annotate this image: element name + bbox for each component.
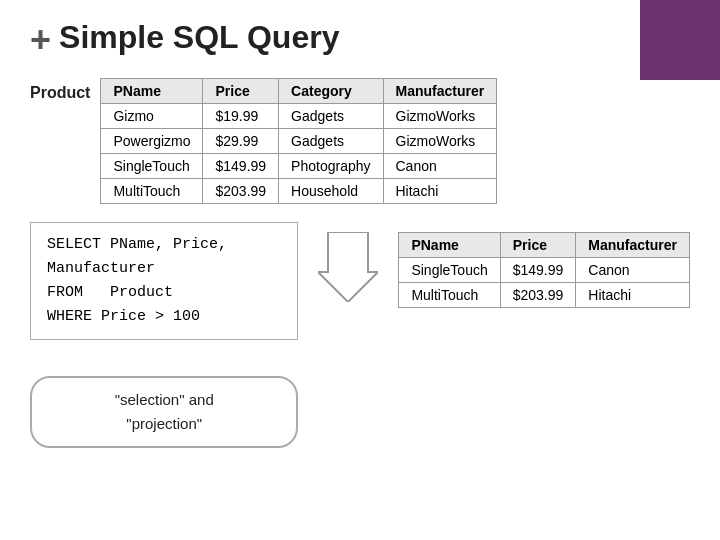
col-category: Category [279,79,383,104]
table-cell: Photography [279,154,383,179]
lower-row: SELECT PName, Price, Manufacturer FROM P… [30,222,690,448]
table-cell: MultiTouch [101,179,203,204]
down-arrow-icon [318,232,378,302]
table-cell: Canon [576,258,690,283]
table-row: Powergizmo$29.99GadgetsGizmoWorks [101,129,497,154]
slide: + Simple SQL Query Product PName Price C… [0,0,720,540]
sql-from-value: Product [110,284,173,301]
table-row: MultiTouch$203.99Hitachi [399,283,690,308]
sql-select-keyword: SELECT [47,236,110,253]
col-price: Price [203,79,279,104]
table-cell: $203.99 [203,179,279,204]
sql-from-keyword: FROM [47,284,110,301]
table-cell: $29.99 [203,129,279,154]
table-row: SingleTouch$149.99PhotographyCanon [101,154,497,179]
product-label: Product [30,78,90,102]
selection-projection-label: "selection" and"projection" [30,376,298,448]
table-cell: $19.99 [203,104,279,129]
product-section: Product PName Price Category Manufacture… [30,78,690,204]
table-cell: $149.99 [203,154,279,179]
table-cell: $149.99 [500,258,576,283]
left-col: SELECT PName, Price, Manufacturer FROM P… [30,222,298,448]
table-cell: SingleTouch [399,258,500,283]
result-col-manufacturer: Manufacturer [576,233,690,258]
table-cell: Hitachi [576,283,690,308]
table-cell: Hitachi [383,179,497,204]
table-cell: GizmoWorks [383,104,497,129]
table-row: Gizmo$19.99GadgetsGizmoWorks [101,104,497,129]
table-cell: Gizmo [101,104,203,129]
product-table: PName Price Category Manufacturer Gizmo$… [100,78,497,204]
svg-marker-0 [318,232,378,302]
table-cell: Gadgets [279,104,383,129]
table-row: SingleTouch$149.99Canon [399,258,690,283]
purple-decoration [640,0,720,80]
result-section: PName Price Manufacturer SingleTouch$149… [398,222,690,308]
table-cell: Powergizmo [101,129,203,154]
sql-where-keyword: WHERE [47,308,101,325]
table-cell: $203.99 [500,283,576,308]
table-cell: MultiTouch [399,283,500,308]
col-pname: PName [101,79,203,104]
page-title: Simple SQL Query [59,20,339,55]
col-manufacturer: Manufacturer [383,79,497,104]
table-cell: SingleTouch [101,154,203,179]
plus-symbol: + [30,22,51,58]
table-cell: Canon [383,154,497,179]
arrow-container [318,222,378,302]
result-table: PName Price Manufacturer SingleTouch$149… [398,232,690,308]
table-cell: Gadgets [279,129,383,154]
header: + Simple SQL Query [30,20,690,58]
table-cell: Household [279,179,383,204]
sql-where-value: Price > 100 [101,308,200,325]
result-col-pname: PName [399,233,500,258]
table-cell: GizmoWorks [383,129,497,154]
sql-block: SELECT PName, Price, Manufacturer FROM P… [30,222,298,340]
table-row: MultiTouch$203.99HouseholdHitachi [101,179,497,204]
result-col-price: Price [500,233,576,258]
